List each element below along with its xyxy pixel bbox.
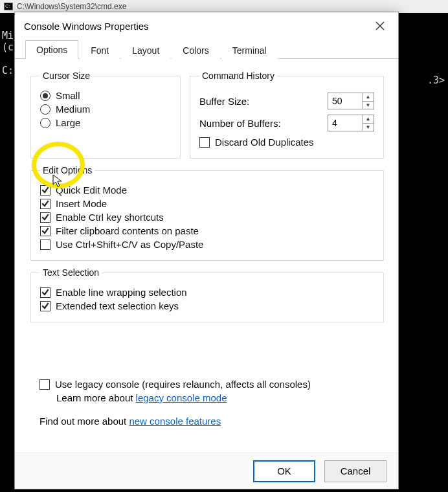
checkbox-icon [40,226,50,236]
num-buffers-label: Number of Buffers: [199,118,281,129]
tab-layout[interactable]: Layout [121,41,170,59]
checkbox-icon [39,379,50,390]
dialog-button-bar: OK Cancel [15,453,398,489]
command-history-legend: Command History [199,71,277,81]
checkbox-icon [199,137,210,148]
legacy-console-checkbox[interactable]: Use legacy console (requires relaunch, a… [39,379,376,390]
cmd-icon: C: [4,3,13,10]
options-tab-content: Cursor Size Small Medium Large Command H… [15,59,398,453]
console-prompt-fragment: .3> [427,74,445,86]
cancel-button[interactable]: Cancel [324,460,386,482]
cursor-size-medium[interactable]: Medium [40,104,171,115]
filter-clipboard-checkbox[interactable]: Filter clipboard contents on paste [40,225,374,236]
line-wrapping-checkbox[interactable]: Enable line wrapping selection [40,287,374,298]
checkbox-label: Quick Edit Mode [56,184,127,196]
checkbox-label: Extended text selection keys [56,300,179,311]
legacy-console-block: Use legacy console (requires relaunch, a… [39,376,376,403]
checkbox-label: Use legacy console (requires relaunch, a… [55,379,311,390]
close-button[interactable] [367,16,393,36]
console-title: C:\Windows\System32\cmd.exe [17,2,126,11]
tab-bar: Options Font Layout Colors Terminal [15,39,398,59]
console-titlebar: C: C:\Windows\System32\cmd.exe [0,0,448,13]
tab-options[interactable]: Options [25,40,78,59]
tab-terminal[interactable]: Terminal [221,41,278,59]
num-buffers-spinner[interactable]: ▲ ▼ [328,115,374,131]
edit-options-legend: Edit Options [40,165,95,175]
checkbox-label: Enable Ctrl key shortcuts [56,212,164,223]
dialog-title: Console Windows Properties [24,21,149,32]
text-selection-group: Text Selection Enable line wrapping sele… [30,267,384,322]
legacy-console-link[interactable]: legacy console mode [136,392,227,403]
checkbox-label: Use Ctrl+Shift+C/V as Copy/Paste [56,239,203,250]
properties-dialog: Console Windows Properties Options Font … [14,12,399,489]
buffer-size-input[interactable] [328,93,362,109]
new-console-features-link[interactable]: new console features [129,416,221,427]
extended-selection-checkbox[interactable]: Extended text selection keys [40,300,374,311]
ctrl-shift-cv-checkbox[interactable]: Use Ctrl+Shift+C/V as Copy/Paste [40,239,374,250]
ok-button[interactable]: OK [253,460,315,482]
dialog-titlebar: Console Windows Properties [15,12,398,39]
cursor-size-small[interactable]: Small [40,90,171,101]
command-history-group: Command History Buffer Size: ▲ ▼ Number … [190,71,384,159]
quick-edit-mode-checkbox[interactable]: Quick Edit Mode [40,184,374,196]
buffer-size-label: Buffer Size: [199,96,249,107]
spinner-down-icon[interactable]: ▼ [363,102,374,109]
spinner-up-icon[interactable]: ▲ [363,93,374,102]
spinner-down-icon[interactable]: ▼ [363,124,374,131]
checkbox-icon [40,287,50,298]
radio-icon [40,104,50,115]
radio-label: Large [56,117,80,128]
num-buffers-input[interactable] [328,115,362,131]
tab-colors[interactable]: Colors [172,41,219,59]
ctrl-shortcuts-checkbox[interactable]: Enable Ctrl key shortcuts [40,212,374,223]
cursor-size-group: Cursor Size Small Medium Large [30,71,181,159]
tab-font[interactable]: Font [80,41,120,59]
text-selection-legend: Text Selection [40,267,102,278]
radio-icon [40,91,50,101]
checkbox-icon [40,301,50,311]
radio-icon [40,118,50,128]
checkbox-icon [40,212,50,223]
insert-mode-checkbox[interactable]: Insert Mode [40,198,374,209]
findout-prefix: Find out more about [39,416,129,427]
close-icon [375,21,385,30]
checkbox-label: Discard Old Duplicates [215,137,314,148]
checkbox-label: Enable line wrapping selection [56,287,187,298]
learn-more-prefix: Learn more about [56,392,136,403]
spinner-up-icon[interactable]: ▲ [363,115,374,124]
edit-options-group: Edit Options Quick Edit Mode Insert Mode… [30,165,384,261]
checkbox-label: Filter clipboard contents on paste [56,225,199,236]
buffer-size-spinner[interactable]: ▲ ▼ [328,93,374,109]
checkbox-label: Insert Mode [56,198,107,209]
checkbox-icon [40,199,50,209]
cursor-size-large[interactable]: Large [40,117,171,128]
checkbox-icon [40,185,50,196]
radio-label: Medium [56,104,90,115]
discard-duplicates-checkbox[interactable]: Discard Old Duplicates [199,137,374,148]
radio-label: Small [56,90,80,101]
checkbox-icon [40,240,50,250]
cursor-size-legend: Cursor Size [40,71,93,81]
